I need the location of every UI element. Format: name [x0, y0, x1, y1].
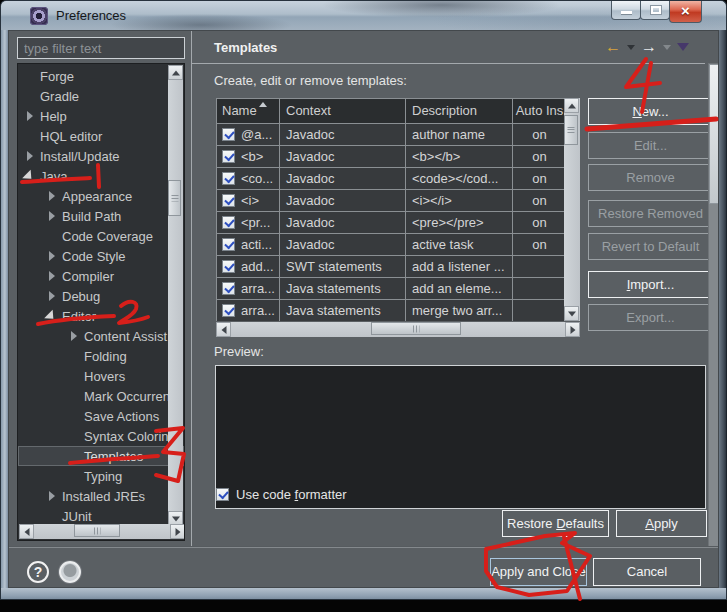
tree-item-compiler[interactable]: Compiler [18, 266, 184, 286]
tree-item-install-update[interactable]: Install/Update [18, 146, 184, 166]
tree-item-hovers[interactable]: Hovers [18, 366, 184, 386]
scroll-left-button[interactable] [19, 524, 34, 539]
expand-arrow-icon[interactable] [24, 150, 37, 162]
collapse-arrow-icon[interactable] [24, 170, 37, 182]
column-header-auto-insert[interactable]: Auto Ins [513, 99, 564, 123]
template-enabled-checkbox[interactable] [222, 282, 235, 295]
template-enabled-checkbox[interactable] [222, 150, 235, 163]
scroll-thumb[interactable] [74, 524, 120, 537]
tree-item-typing[interactable]: Typing [18, 466, 184, 486]
record-preferences-button[interactable] [59, 561, 81, 583]
column-header-description[interactable]: Description [406, 99, 512, 123]
scroll-track[interactable] [168, 80, 183, 511]
back-dropdown-icon[interactable] [627, 45, 635, 54]
tree-item-build-path[interactable]: Build Path [18, 206, 184, 226]
close-button[interactable]: × [669, 1, 702, 23]
panel-vertical-scrollbar[interactable] [708, 63, 719, 548]
scroll-thumb[interactable] [564, 115, 578, 145]
scroll-left-button[interactable] [216, 322, 231, 337]
template-enabled-checkbox[interactable] [222, 216, 235, 229]
column-header-name[interactable]: Name [217, 99, 279, 123]
tree-item-junit[interactable]: JUnit [18, 506, 184, 526]
titlebar[interactable]: Preferences × [0, 0, 727, 30]
template-enabled-checkbox[interactable] [222, 260, 235, 273]
table-horizontal-scrollbar[interactable] [216, 322, 580, 337]
tree-item-editor[interactable]: Editor [18, 306, 184, 326]
expand-arrow-icon[interactable] [46, 190, 59, 202]
tree-horizontal-scrollbar[interactable] [19, 524, 185, 539]
tree-item-debug[interactable]: Debug [18, 286, 184, 306]
tree-item-forge[interactable]: Forge [18, 66, 184, 86]
table-row[interactable]: add... SWT statements add a listener ... [217, 256, 564, 277]
table-row[interactable]: arra... Java statements merge two arr... [217, 300, 564, 321]
use-code-formatter-checkbox[interactable] [216, 488, 229, 501]
new-button[interactable]: New... [588, 98, 713, 125]
forward-arrow-icon[interactable]: → [641, 38, 657, 56]
tree-item-hql-editor[interactable]: HQL editor [18, 126, 184, 146]
tree-item-installed-jres[interactable]: Installed JREs [18, 486, 184, 506]
edit-button[interactable]: Edit... [588, 132, 713, 159]
expand-arrow-icon[interactable] [46, 490, 59, 502]
scroll-thumb[interactable] [709, 64, 719, 204]
table-row[interactable]: <i> Javadoc <i></i> on [217, 190, 564, 211]
remove-button[interactable]: Remove [588, 164, 713, 191]
table-row[interactable]: <b> Javadoc <b></b> on [217, 146, 564, 167]
tree-item-java[interactable]: Java [18, 166, 184, 186]
template-enabled-checkbox[interactable] [222, 128, 235, 141]
tree-item-code-coverage[interactable]: Code Coverage [18, 226, 184, 246]
apply-and-close-button[interactable]: Apply and Close [490, 558, 587, 586]
expand-arrow-icon[interactable] [46, 290, 59, 302]
tree-item-help[interactable]: Help [18, 106, 184, 126]
tree-item-folding[interactable]: Folding [18, 346, 184, 366]
table-row[interactable]: @a... Javadoc author name on [217, 124, 564, 145]
template-enabled-checkbox[interactable] [222, 304, 235, 317]
tree-item-content-assist[interactable]: Content Assist [18, 326, 184, 346]
scroll-down-button[interactable] [564, 306, 579, 321]
tree-vertical-scrollbar[interactable] [168, 65, 183, 526]
template-enabled-checkbox[interactable] [222, 238, 235, 251]
expand-arrow-icon[interactable] [24, 110, 37, 122]
tree-item-gradle[interactable]: Gradle [18, 86, 184, 106]
revert-to-default-button[interactable]: Revert to Default [588, 233, 713, 260]
tree-item-code-style[interactable]: Code Style [18, 246, 184, 266]
apply-button[interactable]: Apply [616, 510, 707, 537]
table-row[interactable]: <co... Javadoc <code></cod... on [217, 168, 564, 189]
scroll-track[interactable] [231, 322, 565, 337]
collapse-arrow-icon[interactable] [46, 310, 59, 322]
table-row[interactable]: <pr... Javadoc <pre></pre> on [217, 212, 564, 233]
scroll-right-button[interactable] [565, 322, 580, 337]
maximize-button[interactable] [640, 1, 670, 20]
back-arrow-icon[interactable]: ← [605, 38, 621, 56]
filter-input[interactable] [17, 37, 185, 59]
scroll-thumb[interactable] [168, 180, 181, 216]
tree-item-syntax-coloring[interactable]: Syntax Coloring [18, 426, 184, 446]
import-button[interactable]: Import... [588, 271, 713, 298]
scroll-up-button[interactable] [168, 65, 183, 80]
table-row[interactable]: acti... Javadoc active task on [217, 234, 564, 255]
scroll-track[interactable] [564, 113, 580, 306]
tree-item-mark-occurrences[interactable]: Mark Occurren [18, 386, 184, 406]
tree-item-save-actions[interactable]: Save Actions [18, 406, 184, 426]
table-row[interactable]: arra... Java statements add an eleme... [217, 278, 564, 299]
restore-defaults-button[interactable]: Restore Defaults [502, 510, 609, 537]
expand-arrow-icon[interactable] [68, 330, 81, 342]
tree-item-appearance[interactable]: Appearance [18, 186, 184, 206]
template-enabled-checkbox[interactable] [222, 172, 235, 185]
scroll-track[interactable] [34, 524, 170, 539]
export-button[interactable]: Export... [588, 304, 713, 331]
template-enabled-checkbox[interactable] [222, 194, 235, 207]
expand-arrow-icon[interactable] [46, 210, 59, 222]
column-header-context[interactable]: Context [280, 99, 405, 123]
expand-arrow-icon[interactable] [46, 270, 59, 282]
minimize-button[interactable] [611, 1, 641, 20]
view-menu-icon[interactable] [677, 43, 689, 57]
help-button[interactable]: ? [27, 561, 49, 583]
forward-dropdown-icon[interactable] [663, 45, 671, 54]
expand-arrow-icon[interactable] [46, 250, 59, 262]
tree-item-templates[interactable]: Templates [18, 446, 184, 466]
scroll-thumb[interactable] [371, 322, 461, 335]
scroll-up-button[interactable] [564, 98, 579, 113]
table-vertical-scrollbar[interactable] [564, 98, 580, 321]
cancel-button[interactable]: Cancel [593, 558, 701, 586]
restore-removed-button[interactable]: Restore Removed [588, 200, 713, 227]
